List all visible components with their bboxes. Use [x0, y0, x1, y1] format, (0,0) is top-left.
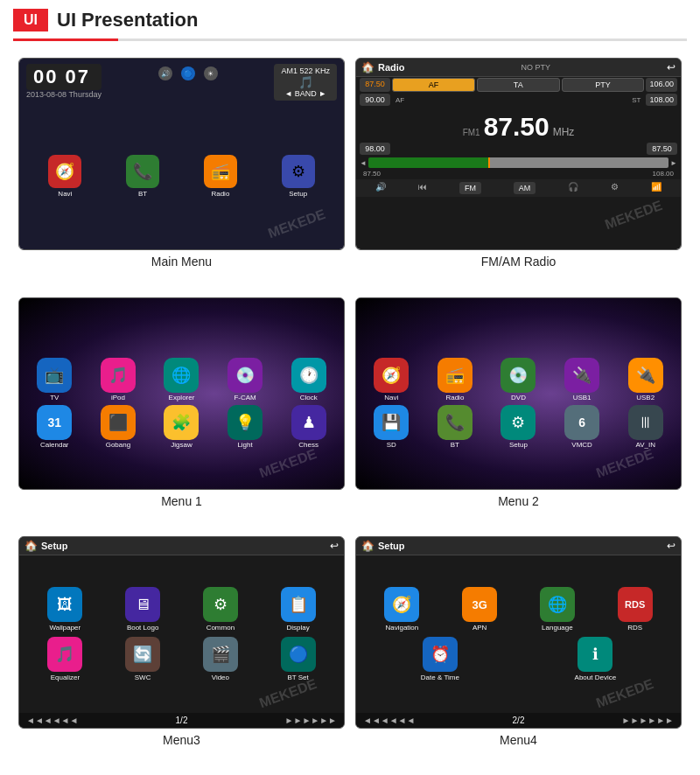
usb1-icon: 🔌: [564, 358, 599, 393]
menu1-calendar[interactable]: 31 Calendar: [37, 405, 72, 449]
menu2-usb1[interactable]: 🔌 USB1: [564, 358, 599, 401]
navigation-label: Navigation: [385, 624, 418, 632]
menu4-apps: 🧭 Navigation 3G APN 🌐 Language RDS: [356, 555, 681, 713]
vol-icon-radio: 🔊: [375, 182, 386, 194]
cell-menu2: ⌂ ↩ 🧭 Navi 📻 Radio 💿: [350, 292, 687, 532]
radio-row3: 98.00 87.50: [356, 142, 681, 156]
usb1-label: USB1: [573, 394, 592, 401]
menu2-avin[interactable]: ⫼ AV_IN: [628, 405, 663, 449]
mm-band-text: ◄ BAND ►: [281, 89, 330, 98]
menu4-navigation[interactable]: 🧭 Navigation: [384, 587, 419, 632]
calendar-icon: 31: [37, 405, 72, 440]
cell-menu1: ⌂ ↩ 📺 TV 🎵 iPod 🌐: [13, 292, 350, 532]
menu3-wallpaper[interactable]: 🖼 Wallpaper: [47, 587, 82, 632]
menu3-bootlogo[interactable]: 🖥 Boot Logo: [125, 587, 160, 632]
radio-af-btn[interactable]: AF: [392, 78, 475, 92]
menu3-title: Setup: [41, 541, 68, 551]
prev-icon[interactable]: ⏮: [418, 182, 427, 194]
menu2-navi[interactable]: 🧭 Navi: [374, 358, 409, 401]
menu1-tv[interactable]: 📺 TV: [37, 358, 72, 401]
radio-freq-unit: MHz: [553, 126, 575, 138]
menu2-radio[interactable]: 📻 Radio: [438, 358, 472, 401]
back-icon-m3[interactable]: ↩: [330, 540, 339, 552]
menu3-swc[interactable]: 🔄 SWC: [125, 637, 160, 681]
menu1-jigsaw[interactable]: 🧩 Jigsaw: [164, 405, 199, 449]
radio-title: Radio: [378, 62, 405, 73]
prev-nav-m3[interactable]: ◄◄◄◄◄◄: [26, 716, 78, 725]
menu1-fcam[interactable]: 💿 F-CAM: [228, 358, 262, 401]
menu1-gobang[interactable]: ⬛ Gobang: [101, 405, 136, 449]
explorer-icon: 🌐: [164, 358, 199, 393]
radio-back-icon[interactable]: ↩: [667, 61, 676, 73]
menu3-video[interactable]: 🎬 Video: [203, 637, 238, 681]
menu1-light[interactable]: 💡 Light: [228, 405, 262, 449]
btset-icon: 🔵: [281, 637, 316, 672]
explorer-label: Explorer: [169, 394, 195, 401]
vmcd-label: VMCD: [571, 441, 592, 449]
radio-pty-btn[interactable]: PTY: [562, 78, 645, 92]
menu2-vmcd[interactable]: 6 VMCD: [564, 405, 599, 449]
menu2-dvd[interactable]: 💿 DVD: [500, 358, 536, 401]
back-icon-m4[interactable]: ↩: [667, 540, 676, 552]
menu4-language[interactable]: 🌐 Language: [540, 587, 575, 632]
swc-label: SWC: [135, 674, 151, 681]
dvd-label: DVD: [511, 394, 526, 401]
menu1-screen: ⌂ ↩ 📺 TV 🎵 iPod 🌐: [18, 297, 345, 490]
menu2-setup[interactable]: ⚙ Setup: [500, 405, 536, 449]
menu2-usb2[interactable]: 🔌 USB2: [628, 358, 663, 401]
fm-radio-caption: FM/AM Radio: [481, 255, 556, 269]
video-label: Video: [212, 674, 229, 681]
next-nav-m3[interactable]: ►►►►►►: [285, 716, 337, 725]
menu1-ipod[interactable]: 🎵 iPod: [101, 358, 136, 401]
menu3-equalizer[interactable]: 🎵 Equalizer: [47, 637, 82, 681]
radio-am-btn[interactable]: AM: [514, 182, 536, 194]
clock-label: Clock: [300, 394, 318, 401]
menu3-btset[interactable]: 🔵 BT Set: [281, 637, 316, 681]
radio-preset-90[interactable]: 90.00: [360, 94, 390, 106]
radio-preset-8750[interactable]: 87.50: [647, 143, 677, 155]
radio-preset-98[interactable]: 98.00: [360, 143, 390, 155]
sun-icon: ☀: [204, 66, 218, 80]
menu4-rds[interactable]: RDS RDS: [618, 587, 653, 632]
display-label: Display: [287, 624, 310, 632]
bt-icon-m2: 📞: [438, 405, 472, 440]
headphone-icon: 🎧: [568, 182, 578, 194]
mm-app-setup[interactable]: ⚙ Setup: [282, 155, 315, 198]
menu2-caption: Menu 2: [498, 494, 539, 508]
radio-bar-row: ◄ ►: [356, 156, 681, 170]
radio-preset-108[interactable]: 108.00: [646, 94, 677, 106]
clock-icon: 🕐: [291, 358, 326, 393]
menu2-bt[interactable]: 📞 BT: [438, 405, 472, 449]
radio-preset-87[interactable]: 87.50: [360, 78, 390, 92]
menu1-chess[interactable]: ♟ Chess: [291, 405, 326, 449]
prev-nav-m4[interactable]: ◄◄◄◄◄◄: [363, 716, 415, 725]
menu1-clock[interactable]: 🕐 Clock: [291, 358, 326, 401]
menu3-common[interactable]: ⚙ Common: [203, 587, 238, 632]
menu4-apn[interactable]: 3G APN: [462, 587, 497, 632]
radio-bar-needle: [488, 157, 490, 168]
menu2-sd[interactable]: 💾 SD: [374, 405, 409, 449]
light-icon: 💡: [228, 405, 262, 440]
next-nav-m4[interactable]: ►►►►►►: [622, 716, 674, 725]
settings-icon-radio[interactable]: ⚙: [611, 182, 619, 194]
menu3-caption: Menu3: [163, 733, 200, 747]
vol-icon: 🔊: [158, 66, 172, 80]
menu1-explorer[interactable]: 🌐 Explorer: [164, 358, 199, 401]
menu3-page: 1/2: [176, 716, 188, 725]
page-header: UI UI Presentation: [0, 0, 700, 38]
menu3-display[interactable]: 📋 Display: [281, 587, 316, 632]
menu4-datetime[interactable]: ⏰ Date & Time: [421, 637, 459, 681]
menu4-about[interactable]: ℹ About Device: [575, 637, 617, 681]
radio-ta-btn[interactable]: TA: [477, 78, 560, 92]
radio-fm-btn[interactable]: FM: [459, 182, 481, 194]
menu1-apps: 📺 TV 🎵 iPod 🌐 Explorer 💿: [19, 318, 344, 489]
jigsaw-label: Jigsaw: [171, 441, 192, 449]
mm-app-bt[interactable]: 📞 BT: [126, 155, 159, 198]
radio-preset-106[interactable]: 106.00: [646, 78, 677, 92]
menu2-row2: 💾 SD 📞 BT ⚙ Setup 6 VM: [361, 405, 676, 449]
radio-freq-main: 87.50: [484, 108, 550, 142]
mm-app-radio[interactable]: 📻 Radio: [204, 155, 237, 198]
menu4-title: Setup: [378, 541, 405, 551]
mm-app-navi[interactable]: 🧭 Navi: [48, 155, 81, 198]
avin-icon: ⫼: [628, 405, 663, 440]
